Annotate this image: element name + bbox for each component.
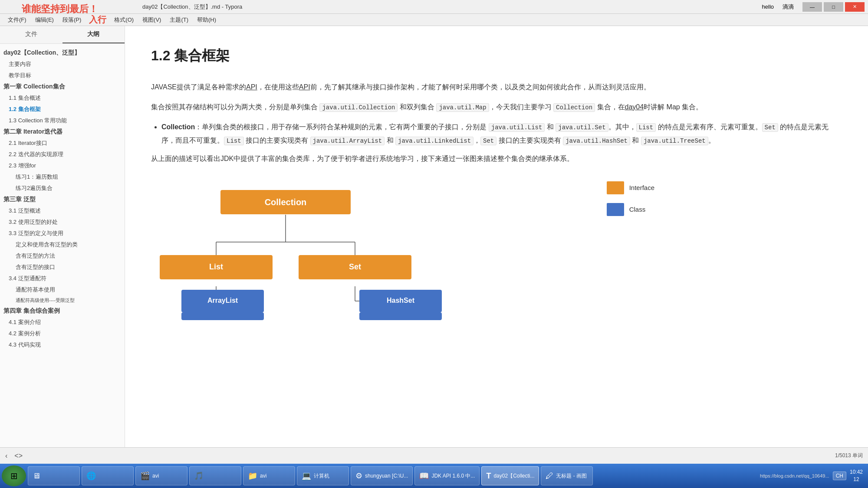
tray-url: https://blog.csdn.net/qq_10649... [760, 473, 829, 478]
tab-outline[interactable]: 大纲 [62, 26, 125, 43]
taskbar-label: avi [260, 473, 266, 479]
hashset-box: HashSet [359, 290, 442, 312]
taskbar-item-cmd[interactable]: ⚙ shungyuan [C:\U... [351, 466, 413, 485]
code-linkedlist: java.util.LinkedList [395, 137, 473, 145]
taskbar-item-paint[interactable]: 🖊 无标题 - 画图 [541, 466, 593, 485]
code-list: java.util.List [489, 123, 545, 132]
sidebar-outline: day02【Collection、泛型】 主要内容 教学目标 第一章 Colle… [0, 44, 125, 447]
legend-class-label: Class [629, 203, 646, 215]
outline-item[interactable]: 第一章 Collection集合 [0, 81, 125, 92]
title-bar: 谁能坚持到最后！ day02【Collection、泛型】.md - Typor… [0, 0, 868, 14]
code-list2: List [636, 123, 656, 132]
outline-item[interactable]: 3.1 泛型概述 [0, 205, 125, 216]
collection-label: Collection [161, 123, 195, 131]
window-title: day02【Collection、泛型】.md - Typora [142, 3, 242, 11]
outline-item[interactable]: 1.3 Collection 常用功能 [0, 115, 125, 126]
hello-text: hello [762, 3, 774, 10]
para1: JAVASE提供了满足各种需求的API，在使用这些API前，先了解其继承与接口操… [151, 81, 842, 94]
maximize-button[interactable]: □ [824, 2, 843, 12]
window-controls[interactable]: — □ ✕ [802, 2, 865, 12]
code-toggle[interactable]: <> [14, 452, 23, 460]
outline-item[interactable]: 3.4 泛型通配符 [0, 273, 125, 284]
para2: 集合按照其存储结构可以分为两大类，分别是单列集合 java.util.Colle… [151, 101, 842, 114]
minimize-button[interactable]: — [802, 2, 822, 12]
taskbar-icon: 🖊 [546, 472, 553, 481]
outline-item[interactable]: 教学目标 [0, 70, 125, 81]
taskbar-item-jdk[interactable]: 📖 JDK API 1.6.0 中... [414, 466, 480, 485]
arrow-left[interactable]: ‹ [5, 452, 7, 460]
legend-interface-label: Interface [629, 182, 654, 193]
tab-files[interactable]: 文件 [0, 26, 62, 43]
code-set3: Set [480, 137, 496, 145]
taskbar-item-browser1[interactable]: 🖥 [28, 466, 80, 485]
code-map: java.util.Map [436, 103, 489, 112]
collection-box: Collection [220, 190, 351, 214]
outline-item[interactable]: 2.3 增强for [0, 160, 125, 171]
taskbar-label: day02【Collecti... [493, 472, 534, 480]
outline-item[interactable]: 4.1 案例介绍 [0, 317, 125, 328]
menu-view[interactable]: 视图(V) [138, 15, 165, 25]
outline-item[interactable]: 练习2遍历集合 [0, 183, 125, 194]
taskbar-icon: 🎵 [194, 471, 204, 481]
set-box: Set [299, 255, 411, 279]
code-collection: java.util.Collection [319, 103, 398, 112]
outline-item[interactable]: 第二章 Iterator迭代器 [0, 126, 125, 138]
taskbar-item-typora[interactable]: T day02【Collecti... [481, 466, 539, 485]
outline-item[interactable]: 第三章 泛型 [0, 194, 125, 205]
taskbar-icon: ⚙ [355, 471, 362, 481]
outline-item[interactable]: 第四章 集合综合案例 [0, 305, 125, 317]
outline-item[interactable]: 2.2 迭代器的实现原理 [0, 149, 125, 160]
outline-item[interactable]: 含有泛型的接口 [0, 262, 125, 273]
linkedlist-box [181, 312, 264, 320]
list-box: List [160, 255, 273, 279]
code-collection2: Collection [553, 103, 595, 112]
outline-item[interactable]: 主要内容 [0, 59, 125, 70]
taskbar-item-computer[interactable]: 💻 计算机 [297, 466, 349, 485]
menu-format[interactable]: 格式(O) [110, 15, 138, 25]
menu-marquee-label: 入行 [85, 14, 110, 26]
taskbar-item-browser2[interactable]: 🌐 [82, 466, 134, 485]
menu-edit[interactable]: 编辑(E) [31, 15, 58, 25]
close-button[interactable]: ✕ [845, 2, 865, 12]
treeset-box [359, 312, 442, 320]
taskbar-label: shungyuan [C:\U... [365, 473, 408, 479]
outline-item[interactable]: 3.3 泛型的定义与使用 [0, 228, 125, 239]
code-treeset: java.util.TreeSet [641, 137, 708, 145]
taskbar-icon: 📁 [248, 471, 257, 481]
outline-item-active[interactable]: 1.2 集合框架 [0, 104, 125, 115]
outline-item[interactable]: day02【Collection、泛型】 [0, 47, 125, 59]
legend-interface: Interface [607, 181, 654, 194]
start-button[interactable]: ⊞ [2, 465, 26, 486]
menu-theme[interactable]: 主题(T) [165, 15, 193, 25]
taskbar-item-vlc[interactable]: 🎬 avi [135, 466, 187, 485]
outline-item[interactable]: 3.2 使用泛型的好处 [0, 216, 125, 228]
outline-item[interactable]: 含有泛型的方法 [0, 250, 125, 262]
outline-item[interactable]: 1.1 集合概述 [0, 92, 125, 104]
taskbar-label: 无标题 - 画图 [556, 472, 587, 480]
outline-item[interactable]: 4.2 案例分析 [0, 328, 125, 339]
taskbar-label: 计算机 [314, 472, 329, 480]
menu-file[interactable]: 文件(F) [3, 15, 31, 25]
scrolling-text: 滴滴 [783, 3, 794, 11]
main-container: 文件 大纲 day02【Collection、泛型】 主要内容 教学目标 第一章… [0, 26, 868, 447]
legend-orange-box [607, 181, 624, 194]
menu-bar: 文件(F) 编辑(E) 段落(P) 入行 格式(O) 视图(V) 主题(T) 帮… [0, 14, 868, 26]
outline-item[interactable]: 通配符高级使用----受限泛型 [0, 295, 125, 305]
legend-blue-box [607, 203, 624, 216]
outline-item[interactable]: 定义和使用含有泛型的类 [0, 239, 125, 250]
taskbar-item-folder[interactable]: 📁 avi [243, 466, 295, 485]
word-count: 1/5013 单词 [835, 452, 863, 459]
code-set: java.util.Set [556, 123, 608, 132]
status-bar: ‹ <> 1/5013 单词 [0, 447, 868, 464]
outline-item[interactable]: 2.1 Iterator接口 [0, 138, 125, 149]
menu-paragraph[interactable]: 段落(P) [58, 15, 85, 25]
outline-item[interactable]: 4.3 代码实现 [0, 339, 125, 350]
bullet-list: Collection：单列集合类的根接口，用于存储一系列符合某种规则的元素，它有… [161, 121, 842, 147]
outline-item[interactable]: 通配符基本使用 [0, 284, 125, 295]
list-item: Collection：单列集合类的根接口，用于存储一系列符合某种规则的元素，它有… [161, 121, 842, 147]
outline-item[interactable]: 练习1：遍历数组 [0, 171, 125, 183]
menu-help[interactable]: 帮助(H) [193, 15, 220, 25]
taskbar-icon: 💻 [302, 471, 311, 481]
taskbar-item-audio[interactable]: 🎵 [189, 466, 241, 485]
lang-button[interactable]: CH [833, 472, 846, 480]
